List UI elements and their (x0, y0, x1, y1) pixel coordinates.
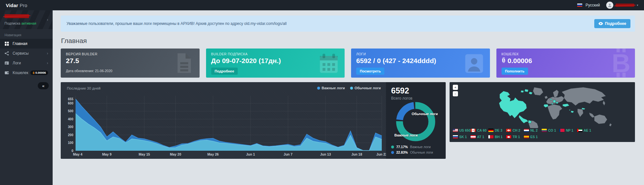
card-builder-version: ВЕРСИЯ BUILDER27.5Дата обновления: 21-06… (61, 49, 200, 78)
bitcoin-watermark-icon: B (610, 49, 632, 78)
svg-text:May 26: May 26 (207, 152, 219, 156)
uae-highlight (571, 111, 574, 113)
donut-legend-row: 77.17%Важные логи (391, 145, 433, 149)
card-builder-subscription: BUILDER ПОДПИСКАДо 09-07-2020 (17дн.)Под… (206, 49, 345, 78)
legend-dot (391, 151, 394, 154)
north-america-highlight (499, 91, 527, 118)
country-stat-de: DE 3 (488, 128, 506, 132)
main-content: Уважаемые пользователи, прошлые ваши лог… (53, 10, 644, 185)
logs-chart-panel: Последние 30 дней Важные логиОбычные лог… (61, 82, 386, 159)
svg-text:100: 100 (68, 141, 73, 145)
sidebar-collapse-button[interactable]: « (38, 82, 49, 89)
ca-flag-icon (471, 129, 476, 132)
legend-item: Обычные логи (350, 86, 381, 90)
totals-panel: 6592 Всего логов Обычные логи Важные лог… (386, 82, 446, 159)
bitcoin-icon: B (502, 57, 506, 65)
document-watermark-icon (173, 52, 194, 74)
language-switcher[interactable]: Русский (577, 3, 600, 7)
map-panel: + − (450, 82, 635, 142)
wallet-balance-badge: B0.00006 (30, 71, 48, 75)
sidebar-item-label: Кошелек (13, 71, 30, 75)
subscription-status: Подписка активная (5, 21, 36, 25)
map-zoom-in-button[interactable]: + (453, 85, 458, 90)
greenland (533, 87, 543, 95)
us-flag-icon (453, 129, 458, 132)
legend-item: Важные логи (317, 86, 345, 90)
user-menu[interactable]: ▾ (606, 2, 638, 9)
area-chart: 0100200300400500600655May 4May 9May 15Ma… (61, 82, 386, 159)
svg-text:May 4: May 4 (73, 152, 82, 156)
map-zoom-out-button[interactable]: − (453, 91, 458, 96)
country-stat-ch: CH 2 (506, 128, 524, 132)
sidebar-item-servisy[interactable]: Сервисы› (0, 49, 53, 58)
card-logs: ЛОГИ6592 / 0 (427 - 2424dddd)Посмотреть (351, 49, 490, 78)
language-label: Русский (586, 3, 600, 7)
donut-legend: 77.17%Важные логи22.83%Обычные логи (391, 143, 433, 154)
person-watermark-icon (463, 52, 485, 74)
donut-legend-row: 22.83%Обычные логи (391, 150, 433, 154)
country-stat-at: AT 1 (471, 135, 488, 139)
svg-text:B: B (33, 71, 35, 74)
germany-highlight (553, 100, 556, 103)
country-stats-list: US 6509CA 60DE 3CH 2NL 2CO 1NP 1AE 1SK 1… (453, 127, 595, 140)
country-stat-np: NP 1 (559, 128, 577, 132)
es-flag-icon (524, 135, 529, 138)
sidebar: Подписка активная › Навигация ГлавнаяСер… (0, 10, 53, 185)
redacted-username (616, 4, 634, 7)
svg-text:Jun 22: Jun 22 (376, 152, 387, 156)
country-stat-es: ES 1 (524, 135, 542, 139)
svg-text:May 15: May 15 (139, 152, 150, 156)
svg-text:Jun 18: Jun 18 (351, 152, 362, 156)
sidebar-item-label: Логи (13, 61, 47, 65)
chart-title: Последние 30 дней (67, 86, 100, 90)
country-stat-ca: CA 60 (471, 128, 488, 132)
svg-text:May 20: May 20 (170, 152, 181, 156)
total-logs-value: 6592 (386, 82, 446, 95)
brand-light: Pro (20, 3, 27, 8)
russia-flag-icon (577, 4, 582, 7)
sidebar-item-label: Сервисы (13, 51, 47, 56)
legend-label: Важные логи (410, 145, 431, 149)
legend-percent: 77.17% (396, 145, 408, 149)
country-stat-nl: NL 2 (524, 128, 542, 132)
svg-text:B: B (612, 49, 630, 78)
announcement-details-button[interactable]: Подробнее (594, 19, 630, 28)
sidebar-user-block[interactable]: Подписка активная › (0, 10, 53, 29)
legend-percent: 22.83% (396, 150, 408, 154)
sidebar-item-glavnaya[interactable]: Главная (0, 39, 53, 49)
card-wallet: КОШЕЛЕКB0.00006ПополнитьB (496, 49, 635, 78)
svg-text:Jun 13: Jun 13 (320, 152, 331, 156)
country-stat-co: CO 1 (542, 128, 559, 132)
australia (594, 114, 607, 124)
sidebar-item-logi[interactable]: Логи› (0, 58, 53, 68)
bahrain-highlight (569, 110, 570, 111)
wallet-button[interactable]: Пополнить (502, 68, 528, 75)
donut-label-ordinary: Обычные логи (411, 112, 438, 116)
svg-text:Jun 1: Jun 1 (246, 152, 255, 156)
nav-section-label: Навигация (0, 29, 53, 39)
np-flag-icon (559, 129, 565, 132)
svg-text:200: 200 (68, 133, 73, 137)
svg-text:May 9: May 9 (102, 152, 111, 156)
sidebar-nav: ГлавнаяСервисы›Логи›КошелекB0.00006 (0, 39, 53, 78)
calendar-watermark-icon (318, 52, 339, 74)
sidebar-item-koshelek[interactable]: КошелекB0.00006 (0, 68, 53, 78)
logs-button[interactable]: Посмотреть (356, 68, 384, 75)
legend-dot (317, 87, 320, 90)
india (577, 109, 583, 117)
svg-text:600: 600 (68, 102, 73, 105)
chevron-down-icon: ▾ (637, 4, 638, 7)
builder-subscription-button[interactable]: Подробнее (211, 68, 238, 75)
chart-legend: Важные логиОбычные логи (317, 86, 381, 90)
stat-cards-row: ВЕРСИЯ BUILDER27.5Дата обновления: 21-06… (61, 49, 635, 78)
asia (562, 87, 606, 106)
world-map[interactable] (450, 83, 635, 128)
sidebar-item-label: Главная (13, 41, 48, 46)
svg-text:400: 400 (68, 117, 73, 121)
co-flag-icon (542, 129, 547, 132)
announcement-text: Уважаемые пользователи, прошлые ваши лог… (67, 21, 594, 26)
redacted-username (5, 14, 29, 18)
bh-flag-icon (488, 135, 493, 138)
de-flag-icon (488, 129, 493, 132)
app-logo[interactable]: Vidar Pro (6, 3, 27, 8)
